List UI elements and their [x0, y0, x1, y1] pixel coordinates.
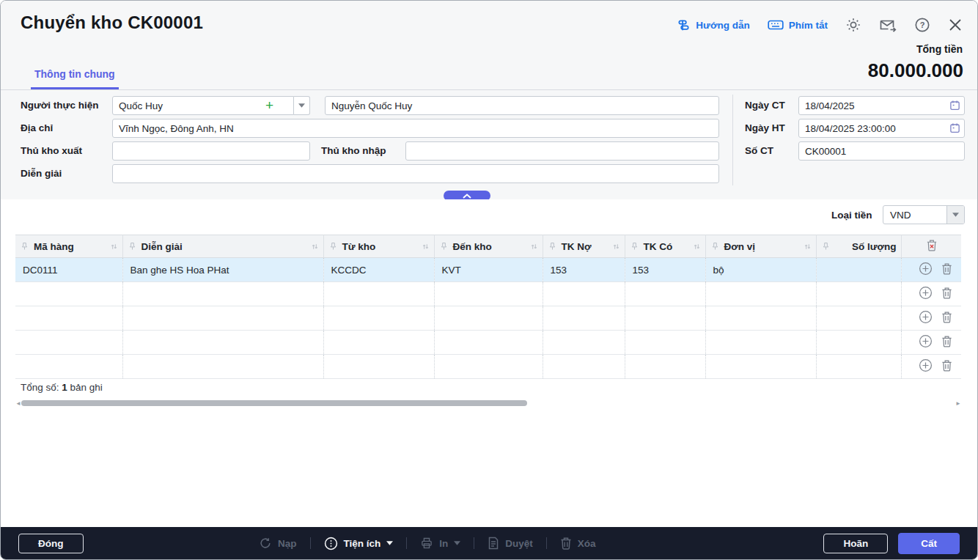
header: Chuyển kho CK00001 Hướng dẫn Phím tắt [1, 1, 977, 90]
grid-row-empty[interactable] [15, 306, 961, 331]
export-keeper-input[interactable] [112, 141, 310, 161]
description-label: Diễn giải [21, 168, 62, 179]
pin-icon[interactable] [712, 242, 718, 251]
toolbar-center-group: Nạp Tiện ích I [259, 527, 596, 559]
cell-tu-kho[interactable]: KCCDC [323, 258, 434, 282]
chevron-down-icon [386, 541, 393, 545]
executor-dropdown-button[interactable] [294, 96, 310, 115]
description-input[interactable] [112, 164, 719, 183]
close-button[interactable]: Đóng [18, 534, 84, 553]
form-divider [732, 95, 733, 185]
delete-button[interactable]: Xóa [560, 537, 596, 550]
scroll-right-arrow[interactable]: ► [955, 400, 961, 406]
save-button[interactable]: Cất [898, 533, 960, 554]
column-header-tk-co[interactable]: TK Có [625, 235, 705, 258]
add-row-icon[interactable] [919, 334, 933, 348]
add-row-icon[interactable] [919, 358, 933, 372]
settings-gear-icon[interactable] [845, 17, 861, 33]
column-header-don-vi[interactable]: Đơn vị [705, 235, 816, 258]
send-email-icon[interactable] [879, 17, 897, 33]
toolbar-right-group: Hoãn Cất [823, 533, 960, 554]
pin-icon[interactable] [631, 242, 638, 251]
doc-date-calendar-icon[interactable] [949, 100, 960, 111]
cell-so-luong[interactable] [816, 258, 901, 282]
postpone-button[interactable]: Hoãn [823, 534, 888, 553]
keyboard-icon [768, 19, 784, 31]
pin-icon[interactable] [129, 242, 136, 251]
cell-don-vi[interactable]: bộ [705, 258, 816, 282]
document-form: Người thực hiện + Địa chỉ Thủ kho xuất T… [1, 90, 977, 199]
close-icon[interactable] [948, 18, 963, 32]
doc-date-input[interactable] [798, 96, 965, 115]
executor-combo: + [112, 96, 310, 115]
sort-icon [612, 243, 620, 251]
shortcut-link[interactable]: Phím tắt [768, 19, 828, 31]
sort-icon [530, 243, 538, 251]
add-row-icon[interactable] [919, 310, 933, 324]
column-header-tu-kho[interactable]: Từ kho [323, 235, 434, 258]
doc-number-label: Số CT [745, 145, 773, 156]
pin-icon[interactable] [823, 242, 829, 251]
pin-icon[interactable] [441, 242, 447, 251]
address-input[interactable] [112, 119, 719, 138]
cell-ma-hang[interactable]: DC0111 [15, 258, 122, 282]
add-row-icon[interactable] [919, 286, 933, 300]
cell-dien-giai[interactable]: Ban ghe HS Hoa PHat [122, 258, 323, 282]
column-header-den-kho[interactable]: Đến kho [434, 235, 543, 258]
pin-icon[interactable] [549, 242, 556, 251]
reload-button[interactable]: Nạp [259, 537, 297, 550]
currency-select[interactable]: VND [883, 205, 965, 224]
chevron-down-icon [454, 541, 460, 545]
doc-number-input[interactable] [798, 141, 965, 161]
scrollbar-thumb[interactable] [21, 400, 527, 406]
column-header-ma-hang[interactable]: Mã hàng [15, 235, 122, 258]
total-amount-label: Tổng tiền [916, 43, 963, 55]
action-toolbar: Đóng Nạp Tiện ích [1, 527, 977, 559]
executor-fullname-input[interactable] [325, 96, 719, 115]
cell-tk-co[interactable]: 153 [625, 258, 705, 282]
export-keeper-label: Thủ kho xuất [21, 145, 82, 156]
sort-icon [804, 243, 812, 251]
cell-tk-no[interactable]: 153 [543, 258, 625, 282]
approve-button[interactable]: Duyệt [488, 537, 533, 550]
posting-date-input[interactable] [798, 119, 965, 138]
delete-all-rows-icon[interactable] [926, 239, 938, 251]
guide-route-icon [677, 18, 691, 32]
doc-date-label: Ngày CT [745, 100, 785, 111]
column-header-tk-no[interactable]: TK Nợ [543, 235, 625, 258]
scroll-left-arrow[interactable]: ◄ [15, 400, 21, 406]
pin-icon[interactable] [330, 242, 337, 251]
delete-row-icon[interactable] [941, 287, 952, 299]
print-button[interactable]: In [420, 537, 460, 550]
grid-row-empty[interactable] [15, 331, 961, 355]
grid-header-row: Mã hàng Diễn giải Từ kho [15, 235, 961, 258]
grid-row-empty[interactable] [15, 355, 961, 379]
header-actions: Hướng dẫn Phím tắt [677, 17, 963, 33]
utilities-dots-icon [324, 537, 338, 550]
record-count-summary: Tổng số: 1 bản ghi [21, 382, 103, 393]
cell-den-kho[interactable]: KVT [434, 258, 543, 282]
column-header-dien-giai[interactable]: Diễn giải [122, 235, 323, 258]
pin-icon[interactable] [21, 242, 28, 251]
grid-row-empty[interactable] [15, 282, 961, 306]
delete-row-icon[interactable] [941, 311, 952, 323]
help-circle-icon[interactable]: ? [914, 17, 930, 33]
delete-row-icon[interactable] [941, 335, 952, 347]
add-row-icon[interactable] [919, 262, 933, 276]
column-header-so-luong[interactable]: Số lượng [816, 235, 901, 258]
utilities-button[interactable]: Tiện ích [324, 537, 394, 550]
scrollbar-track[interactable] [21, 400, 955, 406]
sort-icon [110, 243, 118, 251]
total-amount-value: 80.000.000 [868, 59, 963, 82]
horizontal-scrollbar[interactable]: ◄ ► [15, 399, 961, 408]
tab-general-info[interactable]: Thông tin chung [31, 68, 119, 89]
help-guide-link[interactable]: Hướng dẫn [677, 18, 749, 32]
add-person-icon[interactable]: + [265, 98, 273, 113]
currency-value: VND [883, 206, 946, 224]
delete-row-icon[interactable] [941, 262, 952, 275]
grid-row-1[interactable]: DC0111 Ban ghe HS Hoa PHat KCCDC KVT 153… [15, 258, 961, 282]
delete-row-icon[interactable] [941, 359, 952, 372]
sort-icon [422, 243, 430, 251]
import-keeper-input[interactable] [405, 141, 719, 161]
posting-date-calendar-icon[interactable] [949, 122, 960, 133]
